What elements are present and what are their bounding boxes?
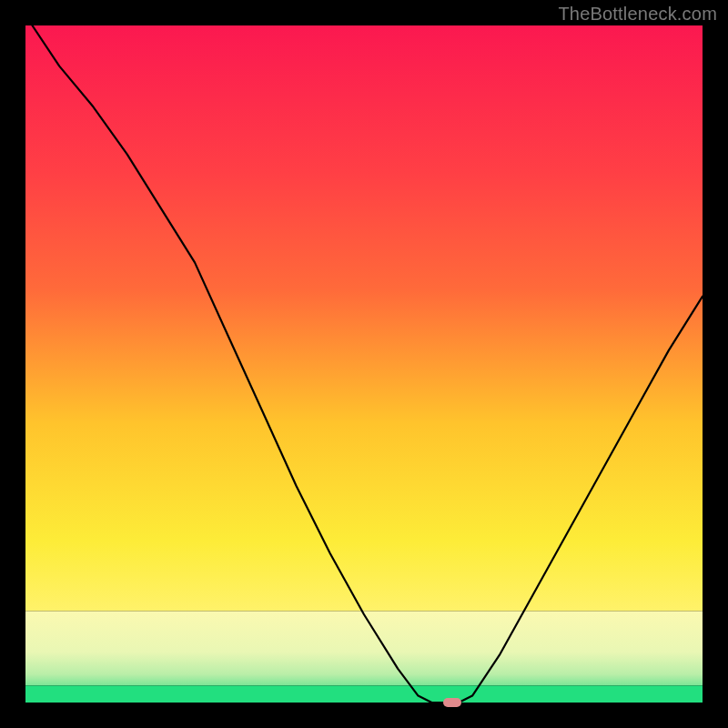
watermark-text: TheBottleneck.com [558, 4, 717, 25]
bottleneck-chart-canvas [25, 25, 703, 703]
plot-area [25, 25, 703, 703]
optimal-point-marker [443, 698, 461, 707]
